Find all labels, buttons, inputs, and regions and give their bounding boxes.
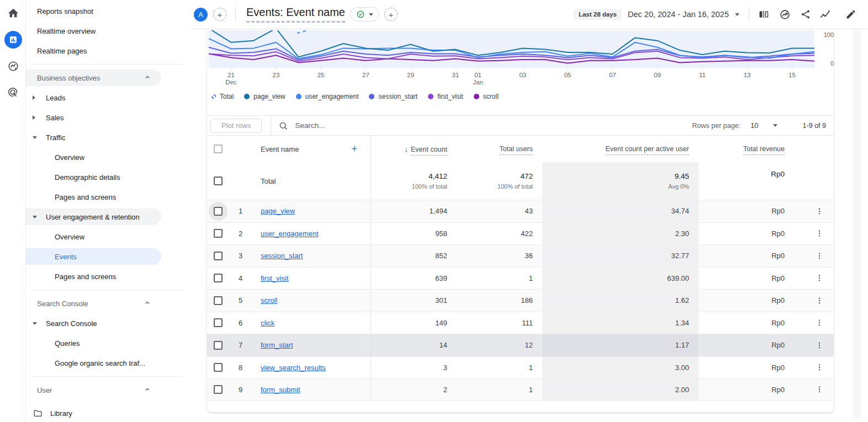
sidebar-item-search-console[interactable]: Search Console bbox=[26, 313, 190, 333]
app-rail bbox=[0, 0, 26, 422]
sidebar-section-search-console[interactable]: Search Console bbox=[26, 293, 190, 313]
comparison-icon[interactable] bbox=[758, 8, 770, 20]
column-header-total-users[interactable]: Total users bbox=[453, 145, 542, 153]
revenue-cell: Rp0 bbox=[698, 296, 792, 305]
legend-item-Total[interactable]: Total bbox=[211, 93, 234, 100]
date-range-caret-icon[interactable] bbox=[735, 13, 739, 16]
x-axis-tick-mark bbox=[276, 68, 277, 70]
sidebar-item-overview[interactable]: Overview bbox=[26, 147, 190, 167]
totals-per-active-user-sub: Avg 0% bbox=[542, 183, 689, 190]
legend-item-session_start[interactable]: session_start bbox=[369, 93, 417, 100]
sidebar-item-events[interactable]: Events bbox=[26, 247, 190, 266]
add-comparison-button[interactable]: + bbox=[213, 8, 226, 21]
sidebar-item-realtime-pages[interactable]: Realtime pages bbox=[26, 41, 190, 61]
explore-icon[interactable] bbox=[0, 53, 26, 79]
sidebar-item-user-engagement-retention[interactable]: User engagement & retention bbox=[26, 207, 190, 227]
rows-per-page-value[interactable]: 10 bbox=[750, 121, 758, 130]
dimension-column-header[interactable]: Event name + bbox=[254, 136, 371, 162]
scrollbar-track[interactable] bbox=[854, 30, 860, 418]
row-menu-button[interactable] bbox=[813, 205, 826, 218]
legend-label: first_visit bbox=[437, 93, 463, 100]
x-axis: 21Dec232527293101Jan03050709111315 bbox=[209, 68, 814, 87]
row-menu-button[interactable] bbox=[813, 227, 826, 240]
comparison-avatar[interactable]: A bbox=[194, 8, 208, 22]
sidebar-item-leads[interactable]: Leads bbox=[26, 88, 190, 108]
row-checkbox[interactable] bbox=[214, 363, 223, 372]
sidebar-item-label: Realtime overview bbox=[37, 27, 96, 35]
add-dimension-button[interactable]: + bbox=[351, 143, 357, 155]
row-menu-button[interactable] bbox=[813, 271, 826, 285]
row-menu-button[interactable] bbox=[813, 316, 826, 329]
table-row: 1page_view1,4944334.74Rp0 bbox=[207, 200, 834, 222]
column-header-total-revenue[interactable]: Total revenue bbox=[698, 145, 792, 153]
sparkline-icon[interactable] bbox=[819, 8, 832, 20]
sidebar-item-label: Traffic bbox=[46, 133, 65, 142]
home-icon[interactable] bbox=[0, 0, 26, 26]
event-name-link[interactable]: page_view bbox=[261, 207, 295, 215]
event-name-link[interactable]: user_engagement bbox=[261, 229, 319, 238]
date-range-selector[interactable]: Dec 20, 2024 - Jan 16, 2025 bbox=[628, 10, 729, 19]
event-name-link[interactable]: form_start bbox=[261, 341, 293, 349]
sidebar-item-label: Library bbox=[50, 409, 72, 418]
legend-item-user_engagement[interactable]: user_engagement bbox=[296, 93, 359, 100]
page-title[interactable]: Events: Event name bbox=[246, 6, 345, 23]
row-menu-button[interactable] bbox=[813, 361, 826, 374]
row-menu-button[interactable] bbox=[813, 294, 826, 307]
event-name-link[interactable]: session_start bbox=[261, 252, 303, 260]
event-name-link[interactable]: view_search_results bbox=[261, 364, 326, 372]
sidebar-item-demographic-details[interactable]: Demographic details bbox=[26, 167, 190, 187]
reports-icon[interactable] bbox=[0, 26, 26, 53]
sidebar-item-pages-and-screens[interactable]: Pages and screens bbox=[26, 187, 190, 207]
event-name-link[interactable]: click bbox=[261, 319, 274, 327]
edit-icon[interactable] bbox=[845, 8, 857, 20]
sidebar-section-business-objectives[interactable]: Business objectives bbox=[26, 68, 190, 88]
search-input[interactable] bbox=[295, 121, 461, 130]
event-name-link[interactable]: scroll bbox=[261, 296, 277, 305]
column-header-event-count-per-active-user[interactable]: Event count per active user bbox=[542, 145, 698, 153]
row-checkbox[interactable] bbox=[214, 318, 223, 327]
event-name-link[interactable]: form_submit bbox=[261, 386, 300, 394]
sidebar-item-sales[interactable]: Sales bbox=[26, 108, 190, 127]
row-checkbox[interactable] bbox=[214, 252, 223, 260]
sidebar-section-user[interactable]: User bbox=[26, 380, 190, 400]
row-menu-button[interactable] bbox=[813, 339, 826, 352]
row-menu-cell bbox=[792, 249, 834, 263]
insights-icon[interactable] bbox=[779, 8, 791, 20]
row-checkbox[interactable] bbox=[214, 341, 223, 350]
row-index: 8 bbox=[232, 364, 254, 372]
row-checkbox[interactable] bbox=[214, 207, 223, 216]
sidebar-item-queries[interactable]: Queries bbox=[26, 333, 190, 353]
sidebar-item-label: Sales bbox=[46, 114, 64, 122]
sidebar-item-reports-snapshot[interactable]: Reports snapshot bbox=[26, 1, 190, 21]
row-checkbox[interactable] bbox=[214, 296, 223, 305]
sidebar-item-traffic[interactable]: Traffic bbox=[26, 127, 190, 147]
legend-item-page_view[interactable]: page_view bbox=[244, 93, 285, 100]
add-report-tab-button[interactable]: + bbox=[384, 8, 398, 21]
row-menu-button[interactable] bbox=[813, 383, 826, 396]
rows-per-page-caret-icon[interactable] bbox=[773, 124, 777, 127]
x-axis-tick-mark bbox=[702, 68, 703, 70]
sidebar-item-pages-and-screens[interactable]: Pages and screens bbox=[26, 266, 190, 286]
advertising-icon[interactable] bbox=[0, 79, 26, 106]
row-checkbox[interactable] bbox=[214, 274, 223, 282]
share-icon[interactable] bbox=[800, 8, 812, 20]
row-checkbox[interactable] bbox=[214, 385, 223, 394]
sidebar-item-realtime-overview[interactable]: Realtime overview bbox=[26, 21, 190, 41]
legend-item-scroll[interactable]: scroll bbox=[474, 93, 499, 100]
event-name-link[interactable]: first_visit bbox=[261, 274, 289, 282]
legend-label: page_view bbox=[253, 93, 285, 100]
sidebar-item-overview[interactable]: Overview bbox=[26, 227, 190, 247]
plot-rows-button[interactable]: Plot rows bbox=[210, 119, 262, 133]
table-controls: Plot rows Rows per page: 10 1-9 of 9 bbox=[207, 115, 834, 136]
select-all-checkbox[interactable] bbox=[214, 145, 223, 153]
legend-item-first_visit[interactable]: first_visit bbox=[428, 93, 463, 100]
row-checkbox[interactable] bbox=[214, 229, 223, 238]
report-status-button[interactable] bbox=[350, 7, 379, 22]
totals-checkbox[interactable] bbox=[214, 177, 223, 185]
row-menu-button[interactable] bbox=[813, 249, 826, 263]
sidebar-item-library[interactable]: Library bbox=[26, 403, 190, 422]
column-header-event-count[interactable]: ↓Event count bbox=[371, 145, 453, 153]
x-axis-tick-mark bbox=[568, 68, 568, 70]
sidebar-item-google-organic-search-traf-[interactable]: Google organic search traf... bbox=[26, 353, 190, 373]
event-name-cell: user_engagement bbox=[254, 223, 371, 245]
